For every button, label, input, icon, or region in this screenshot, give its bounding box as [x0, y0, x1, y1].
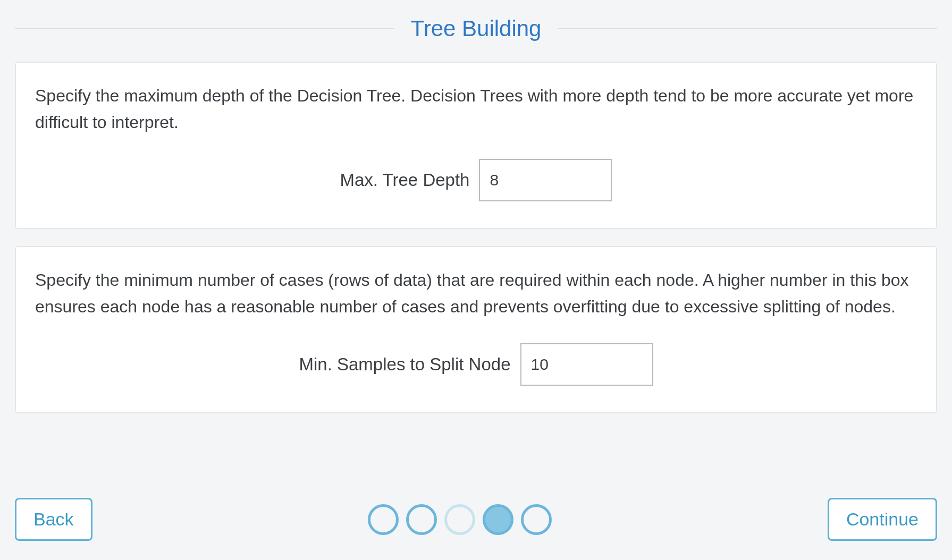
- divider-right: [558, 28, 937, 29]
- step-dot-5[interactable]: [521, 504, 552, 535]
- step-dot-3[interactable]: [444, 504, 475, 535]
- min-samples-input[interactable]: [520, 343, 653, 386]
- section-header: Tree Building: [15, 16, 937, 41]
- wizard-footer: Back Continue: [15, 498, 937, 541]
- card-min-samples-split: Specify the minimum number of cases (row…: [15, 246, 937, 413]
- max-tree-depth-description: Specify the maximum depth of the Decisio…: [35, 83, 917, 135]
- step-dot-2[interactable]: [406, 504, 437, 535]
- step-indicator: [368, 504, 552, 535]
- step-dot-4[interactable]: [483, 504, 513, 535]
- section-title: Tree Building: [411, 16, 542, 41]
- max-tree-depth-label: Max. Tree Depth: [340, 170, 470, 190]
- step-dot-1[interactable]: [368, 504, 399, 535]
- max-tree-depth-field-row: Max. Tree Depth: [35, 159, 917, 201]
- max-tree-depth-input[interactable]: [479, 159, 612, 201]
- card-max-tree-depth: Specify the maximum depth of the Decisio…: [15, 62, 937, 229]
- min-samples-label: Min. Samples to Split Node: [299, 354, 510, 375]
- min-samples-description: Specify the minimum number of cases (row…: [35, 267, 917, 320]
- continue-button[interactable]: Continue: [828, 498, 937, 541]
- divider-left: [15, 28, 394, 29]
- back-button[interactable]: Back: [15, 498, 92, 541]
- min-samples-field-row: Min. Samples to Split Node: [35, 343, 917, 386]
